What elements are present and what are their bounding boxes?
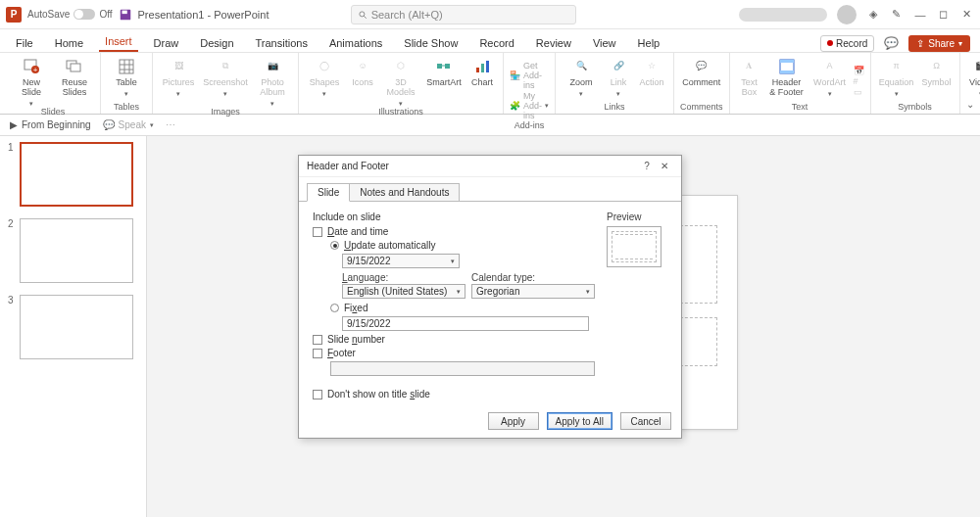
maximize-icon[interactable]: ◻ <box>937 8 951 22</box>
slide-thumb-3[interactable] <box>20 295 133 359</box>
date-value: 9/15/2022 <box>347 256 391 266</box>
save-icon[interactable] <box>119 8 132 22</box>
slide-number-checkbox[interactable] <box>313 335 322 345</box>
chart-icon <box>472 57 492 76</box>
dialog-close-icon[interactable]: ✕ <box>656 161 673 171</box>
dont-show-title-checkbox[interactable] <box>313 390 322 400</box>
shapes-icon: ◯ <box>315 57 334 76</box>
photo-album-button[interactable]: 📷Photo Album▾ <box>253 57 292 107</box>
icons-label: Icons <box>352 78 373 88</box>
new-slide-label: New Slide <box>22 78 41 98</box>
table-button[interactable]: Table▾ <box>107 57 146 98</box>
pen-icon[interactable]: ✎ <box>890 8 904 22</box>
tab-transitions[interactable]: Transitions <box>250 33 314 52</box>
zoom-button[interactable]: 🔍Zoom▾ <box>562 57 601 98</box>
language-dropdown[interactable]: English (United States)▾ <box>342 284 466 299</box>
new-slide-button[interactable]: +New Slide▾ <box>12 57 51 107</box>
pictures-button[interactable]: 🖼Pictures▾ <box>159 57 198 98</box>
3d-models-button[interactable]: ⬡3D Models▾ <box>381 57 420 107</box>
ribbon-collapse-icon[interactable]: ⌄ <box>966 99 974 110</box>
smartart-button[interactable]: SmartArt <box>424 57 464 88</box>
diamond-icon[interactable]: ◈ <box>866 8 880 22</box>
tab-record[interactable]: Record <box>473 33 519 52</box>
close-icon[interactable]: ✕ <box>960 8 974 22</box>
minimize-icon[interactable]: — <box>913 8 927 22</box>
update-auto-label: Update automatically <box>344 240 435 251</box>
action-icon: ☆ <box>642 57 662 76</box>
toggle-switch-icon[interactable] <box>74 9 95 20</box>
apply-button[interactable]: Apply <box>488 412 539 430</box>
menu-bar: File Home Insert Draw Design Transitions… <box>0 29 980 53</box>
reuse-slides-button[interactable]: Reuse Slides <box>55 57 94 98</box>
header-footer-button[interactable]: Header & Footer <box>767 57 807 98</box>
comments-toggle-icon[interactable]: 💬 <box>880 34 903 52</box>
calendar-dropdown[interactable]: Gregorian▾ <box>471 284 595 299</box>
tab-view[interactable]: View <box>587 33 622 52</box>
group-links-label: Links <box>604 102 624 114</box>
table-icon <box>117 57 136 76</box>
thumb-num-2: 2 <box>8 218 16 283</box>
shapes-button[interactable]: ◯Shapes▾ <box>305 57 344 98</box>
tab-draw[interactable]: Draw <box>148 33 185 52</box>
user-avatar-icon[interactable] <box>837 5 857 24</box>
preview-label: Preview <box>607 212 667 222</box>
dialog-tab-slide[interactable]: Slide <box>307 183 350 202</box>
apply-all-button[interactable]: Apply to All <box>547 412 612 430</box>
screenshot-icon: ⧉ <box>216 57 235 76</box>
autosave-toggle[interactable]: AutoSave Off <box>27 9 113 20</box>
date-time-checkbox[interactable] <box>313 227 322 237</box>
chart-button[interactable]: Chart <box>467 57 497 88</box>
dialog-tab-notes[interactable]: Notes and Handouts <box>349 183 460 202</box>
link-button[interactable]: 🔗Link▾ <box>605 57 632 98</box>
action-button[interactable]: ☆Action <box>636 57 667 88</box>
get-addins-button[interactable]: 🏪Get Add-ins <box>510 61 549 90</box>
tab-design[interactable]: Design <box>194 33 239 52</box>
fixed-date-input[interactable]: 9/15/2022 <box>342 316 589 331</box>
tab-home[interactable]: Home <box>49 33 89 52</box>
dialog-help-icon[interactable]: ? <box>638 161 656 171</box>
play-icon: ▶ <box>10 119 18 130</box>
tab-file[interactable]: File <box>10 33 39 52</box>
comment-label: Comment <box>682 78 720 88</box>
app-logo-icon: P <box>6 7 22 23</box>
comment-button[interactable]: 💬Comment <box>682 57 721 88</box>
tab-animations[interactable]: Animations <box>323 33 388 52</box>
user-name[interactable] <box>739 8 827 22</box>
symbol-button[interactable]: ΩSymbol <box>920 57 954 88</box>
symbol-label: Symbol <box>922 78 952 88</box>
video-icon: 🎬 <box>971 57 980 76</box>
cancel-button[interactable]: Cancel <box>620 412 671 430</box>
fixed-radio[interactable] <box>330 304 339 312</box>
equation-button[interactable]: πEquation▾ <box>877 57 916 98</box>
tab-review[interactable]: Review <box>530 33 577 52</box>
slide-thumb-1[interactable] <box>20 142 133 207</box>
icons-icon: ☺ <box>353 57 372 76</box>
date-format-dropdown[interactable]: 9/15/2022▾ <box>342 254 460 268</box>
dialog-title: Header and Footer <box>307 161 389 171</box>
tab-slideshow[interactable]: Slide Show <box>398 33 464 52</box>
slide-thumb-2[interactable] <box>20 218 133 283</box>
wordart-button[interactable]: AWordArt▾ <box>810 57 850 98</box>
footer-input[interactable] <box>330 361 595 376</box>
from-beginning-button[interactable]: ▶From Beginning <box>10 119 91 130</box>
tab-help[interactable]: Help <box>632 33 666 52</box>
icons-button[interactable]: ☺Icons <box>348 57 377 88</box>
update-auto-radio[interactable] <box>330 241 339 250</box>
textbox-button[interactable]: 𝐀Text Box <box>736 57 763 98</box>
pictures-icon: 🖼 <box>169 57 188 76</box>
slide-panel: 1 2 3 <box>0 136 147 517</box>
share-button[interactable]: ⇪Share▾ <box>908 35 970 52</box>
smartart-icon <box>434 57 454 76</box>
footer-checkbox[interactable] <box>313 349 322 358</box>
video-button[interactable]: 🎬Video▾ <box>966 57 980 98</box>
my-addins-button[interactable]: 🧩My Add-ins ▾ <box>510 91 549 120</box>
speak-button[interactable]: 💬Speak ▾ <box>103 119 154 130</box>
search-input[interactable]: Search (Alt+Q) <box>351 5 576 24</box>
record-button[interactable]: Record <box>820 35 874 52</box>
group-slides-label: Slides <box>41 107 66 118</box>
tab-insert[interactable]: Insert <box>99 31 138 52</box>
overflow-icon[interactable]: ⋯ <box>166 119 175 130</box>
svg-text:+: + <box>33 66 38 74</box>
screenshot-button[interactable]: ⧉Screenshot▾ <box>202 57 249 98</box>
symbol-icon: Ω <box>927 57 947 76</box>
